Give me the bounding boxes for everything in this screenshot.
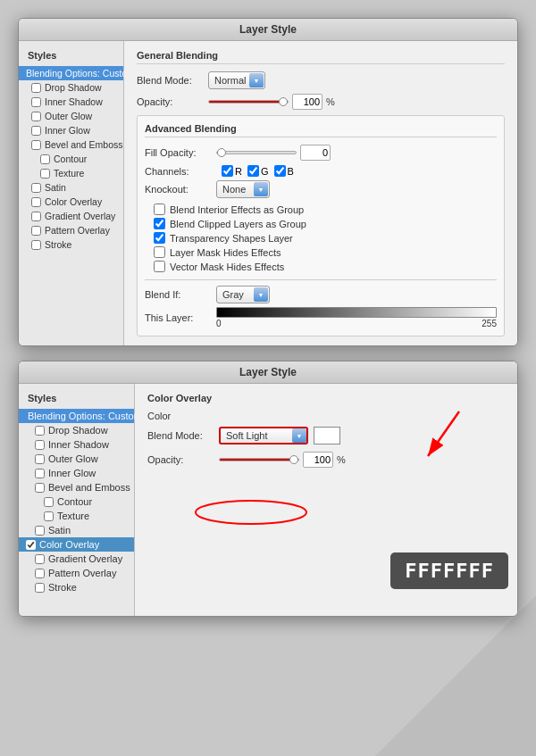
blend-checkboxes: Blend Interior Effects as Group Blend Cl… [145,204,497,272]
sidebar-item-color-overlay[interactable]: Color Overlay [19,195,123,209]
sidebar-item-bevel-emboss[interactable]: Bevel and Emboss [19,137,123,152]
blend-mode-label: Blend Mode: [137,75,208,86]
gradient-overlay-checkbox[interactable] [31,212,41,221]
fill-opacity-slider[interactable] [216,151,297,154]
bottom-sidebar-texture[interactable]: Texture [19,509,134,523]
b-outer-glow-checkbox[interactable] [35,454,45,464]
bottom-sidebar-inner-glow[interactable]: Inner Glow [19,466,134,480]
opacity-input[interactable] [292,94,322,110]
channel-r-checkbox[interactable] [222,165,233,177]
bottom-sidebar-pattern-overlay[interactable]: Pattern Overlay [19,566,134,580]
satin-checkbox[interactable] [31,183,41,193]
contour-checkbox[interactable] [40,154,50,164]
this-layer-label: This Layer: [145,312,216,323]
sidebar-item-inner-shadow[interactable]: Inner Shadow [19,95,123,109]
bottom-layer-style-dialog: Layer Style Styles Blending Options: Cus… [18,361,518,617]
bottom-sidebar-bevel-emboss[interactable]: Bevel and Emboss [19,480,134,494]
fill-opacity-input[interactable] [300,145,331,161]
channel-b-checkbox[interactable] [274,165,286,177]
drop-shadow-checkbox[interactable] [31,83,41,93]
blend-if-select[interactable]: Gray [216,286,270,303]
b-opacity-percent: % [337,454,346,465]
color-code-text: FFFFFFF [405,560,494,582]
b-bevel-emboss-checkbox[interactable] [35,483,45,493]
sidebar-item-satin[interactable]: Satin [19,180,123,195]
color-overlay-checkbox[interactable] [31,197,41,207]
b-blend-mode-select-wrap[interactable]: Soft Light [219,427,308,444]
blend-clipped-checkbox[interactable] [154,218,165,229]
b-inner-shadow-checkbox[interactable] [35,440,45,450]
bottom-main-panel: Color Overlay Color Blend Mode: Soft Lig… [135,384,517,616]
knockout-label: Knockout: [145,184,216,195]
bottom-sidebar-gradient-overlay[interactable]: Gradient Overlay [19,552,134,566]
vector-mask-hides-row: Vector Mask Hides Effects [154,261,497,272]
general-blending-title: General Blending [137,50,505,64]
pattern-overlay-checkbox[interactable] [31,226,41,236]
outer-glow-checkbox[interactable] [31,112,41,121]
bottom-sidebar-drop-shadow[interactable]: Drop Shadow [19,423,134,437]
b-blend-mode-label: Blend Mode: [147,430,219,441]
sidebar-item-pattern-overlay[interactable]: Pattern Overlay [19,223,123,237]
b-opacity-slider[interactable] [219,458,299,461]
b-contour-checkbox[interactable] [44,497,54,507]
inner-shadow-checkbox[interactable] [31,97,41,107]
inner-glow-checkbox[interactable] [31,126,41,136]
color-swatch[interactable] [314,427,340,444]
b-drop-shadow-checkbox[interactable] [35,426,45,436]
knockout-select-wrap[interactable]: None [216,180,270,198]
sidebar-item-outer-glow[interactable]: Outer Glow [19,109,123,123]
color-code-badge: FFFFFFF [390,552,508,589]
bevel-emboss-checkbox[interactable] [31,140,41,150]
transparency-shapes-checkbox[interactable] [154,232,165,244]
knockout-select[interactable]: None [216,180,270,198]
bottom-styles-heading: Styles [19,391,134,409]
color-subsection-label: Color [147,411,505,421]
this-layer-min: 0 [216,319,222,328]
bottom-sidebar-color-overlay[interactable]: Color Overlay [19,537,134,552]
b-opacity-input[interactable] [303,452,333,468]
b-texture-checkbox[interactable] [44,511,54,521]
b-color-overlay-label: Color Overlay [39,539,99,550]
blend-mode-select-wrap[interactable]: Normal [208,71,265,89]
b-blend-mode-select[interactable]: Soft Light [219,427,308,444]
sidebar-item-drop-shadow[interactable]: Drop Shadow [19,80,123,95]
b-pattern-overlay-checkbox[interactable] [35,569,45,578]
bottom-sidebar-stroke[interactable]: Stroke [19,580,134,594]
blend-interior-row: Blend Interior Effects as Group [154,204,497,215]
channel-b: B [274,165,294,177]
blend-mode-select[interactable]: Normal [208,71,265,89]
sidebar-item-stroke[interactable]: Stroke [19,237,123,252]
bottom-sidebar-contour[interactable]: Contour [19,494,134,509]
sidebar-item-contour[interactable]: Contour [19,152,123,166]
b-color-overlay-checkbox[interactable] [26,540,36,550]
top-sidebar: Styles Blending Options: Custom Drop Sha… [19,41,124,345]
b-satin-checkbox[interactable] [35,526,45,536]
layer-mask-hides-checkbox[interactable] [154,246,165,258]
this-layer-range: 0 255 [216,319,497,328]
b-opacity-label: Opacity: [147,454,219,465]
vector-mask-hides-checkbox[interactable] [154,261,165,272]
color-overlay-section-title: Color Overlay [147,393,505,403]
b-gradient-overlay-checkbox[interactable] [35,554,45,564]
sidebar-item-inner-glow[interactable]: Inner Glow [19,123,123,137]
sidebar-item-texture[interactable]: Texture [19,166,123,180]
transparency-shapes-row: Transparency Shapes Layer [154,232,497,244]
channel-g-checkbox[interactable] [247,165,259,177]
fill-opacity-row: Fill Opacity: [145,145,497,161]
bottom-sidebar-outer-glow[interactable]: Outer Glow [19,452,134,466]
sidebar-item-gradient-overlay[interactable]: Gradient Overlay [19,209,123,223]
b-stroke-checkbox[interactable] [35,583,45,593]
texture-checkbox[interactable] [40,169,50,179]
opacity-slider[interactable] [208,100,289,104]
bottom-sidebar: Styles Blending Options: Custom Drop Sha… [19,384,135,616]
stroke-checkbox[interactable] [31,240,41,250]
bottom-sidebar-blending-options[interactable]: Blending Options: Custom [19,409,134,423]
blend-if-label: Blend If: [145,289,216,300]
sidebar-item-blending-options[interactable]: Blending Options: Custom [19,66,123,80]
bottom-sidebar-satin[interactable]: Satin [19,523,134,537]
bottom-sidebar-inner-shadow[interactable]: Inner Shadow [19,437,134,452]
bottom-dialog-title: Layer Style [19,361,517,384]
blend-interior-checkbox[interactable] [154,204,165,215]
b-inner-glow-checkbox[interactable] [35,469,45,478]
blend-if-select-wrap[interactable]: Gray [216,286,270,303]
